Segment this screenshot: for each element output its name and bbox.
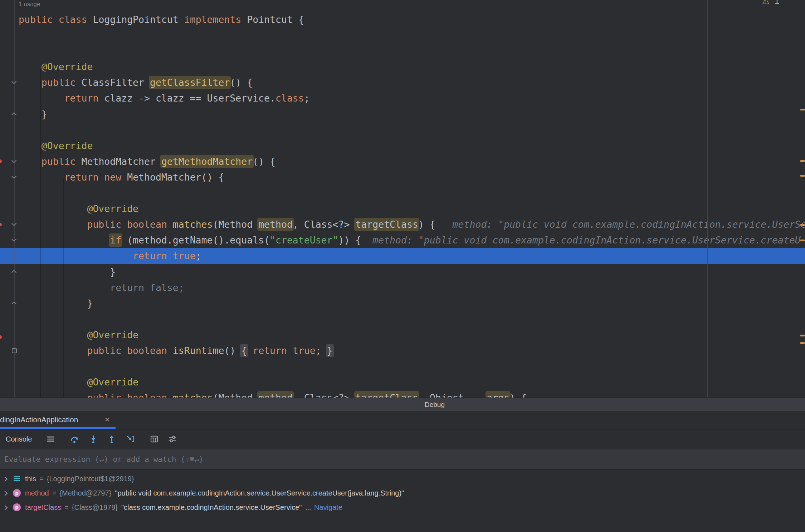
variable-reference: {Method@2797} [59, 489, 111, 497]
variable-row-targetclass[interactable]: p targetClass = {Class@1979} "class com.… [0, 500, 805, 514]
fold-down-icon[interactable] [11, 159, 16, 164]
debug-panel: Debug dingInActionApplication ✕ Console [0, 398, 805, 532]
inspections-widget[interactable]: ⚠ 1 [762, 0, 781, 6]
debug-panel-title: Debug [425, 401, 445, 409]
fold-down-icon[interactable] [11, 237, 16, 242]
code-line[interactable]: return false; [0, 280, 805, 296]
variable-value: "class com.example.codingInAction.servic… [121, 503, 302, 512]
ide-window: 1 usage public class LoggingPointcut imp… [0, 0, 805, 532]
code-line[interactable] [0, 359, 805, 374]
usage-inlay-hint[interactable]: 1 usage [19, 1, 40, 8]
fold-down-icon[interactable] [11, 222, 16, 227]
debug-panel-header: Debug [0, 398, 805, 411]
fold-up-icon[interactable] [11, 112, 16, 117]
stripe-mark[interactable] [800, 109, 805, 110]
error-stripe[interactable] [800, 0, 805, 398]
fold-up-icon[interactable] [11, 269, 16, 274]
close-tab-icon[interactable]: ✕ [104, 416, 110, 424]
code-line[interactable]: public boolean matches(Method method, Cl… [0, 390, 805, 398]
code-line[interactable]: return clazz -> clazz == UserService.cla… [0, 90, 805, 106]
debug-tab-bar: dingInActionApplication ✕ [0, 411, 805, 429]
code-editor[interactable]: 1 usage public class LoggingPointcut imp… [0, 0, 805, 398]
variable-name: method [25, 489, 49, 497]
code-line[interactable]: public class LoggingPointcut implements … [0, 12, 805, 28]
value-ellipsis: ... [305, 503, 311, 512]
code-line[interactable]: public MethodMatcher getMethodMatcher() … [0, 154, 805, 169]
fold-box-icon[interactable] [11, 348, 16, 353]
fold-down-icon[interactable] [11, 80, 16, 85]
stripe-mark[interactable] [800, 342, 805, 344]
code-line[interactable]: @Override [0, 138, 805, 154]
table-view-icon[interactable] [150, 434, 159, 444]
equals-sign: = [39, 475, 44, 483]
debug-toolbar: Console [0, 429, 805, 449]
step-out-icon[interactable] [107, 434, 116, 444]
code-line[interactable]: } [0, 264, 805, 280]
parameter-icon: p [13, 489, 21, 497]
code-line[interactable] [0, 43, 805, 59]
execution-point-line[interactable]: return true; [0, 248, 805, 264]
tab-label: dingInActionApplication [0, 415, 78, 424]
menu-icon[interactable] [46, 434, 55, 444]
variable-name: targetClass [25, 503, 61, 512]
code-lines: public class LoggingPointcut implements … [0, 12, 805, 398]
parameter-icon: p [13, 503, 21, 511]
code-line[interactable] [0, 311, 805, 327]
code-line[interactable]: public ClassFilter getClassFilter() { [0, 75, 805, 90]
step-into-icon[interactable] [89, 434, 98, 444]
code-line[interactable] [0, 185, 805, 201]
stripe-mark[interactable] [800, 335, 805, 336]
expand-chevron-icon[interactable] [0, 486, 12, 500]
expand-chevron-icon[interactable] [0, 500, 12, 514]
run-to-cursor-icon[interactable] [126, 434, 135, 444]
variable-name: this [25, 475, 36, 483]
variables-tree: this = {LoggingPointcut$1@2919} p method… [0, 470, 805, 514]
this-icon [12, 474, 21, 483]
equals-sign: = [64, 503, 69, 512]
evaluate-expression-input[interactable]: Evaluate expression (↵) or add a watch (… [0, 449, 805, 470]
code-line[interactable]: if (method.getName().equals("createUser"… [0, 232, 805, 248]
expand-chevron-icon[interactable] [0, 472, 12, 486]
equals-sign: = [52, 489, 57, 497]
code-line[interactable]: return new MethodMatcher() { [0, 169, 805, 185]
code-line[interactable] [0, 122, 805, 138]
console-tab[interactable]: Console [6, 435, 32, 443]
variable-reference: {Class@1979} [72, 503, 118, 512]
code-line[interactable]: @Override [0, 374, 805, 390]
code-line[interactable]: public boolean isRuntime() { return true… [0, 343, 805, 359]
fold-up-icon[interactable] [11, 301, 16, 306]
stripe-mark[interactable] [800, 240, 805, 241]
code-line[interactable]: @Override [0, 327, 805, 343]
code-line[interactable]: @Override [0, 201, 805, 217]
fold-down-icon[interactable] [11, 174, 16, 179]
variable-row-this[interactable]: this = {LoggingPointcut$1@2919} [0, 472, 805, 486]
active-tab-underline [0, 427, 116, 429]
tab-application[interactable]: dingInActionApplication ✕ [0, 411, 116, 429]
code-line[interactable]: } [0, 107, 805, 122]
stripe-mark[interactable] [800, 160, 805, 162]
stripe-mark[interactable] [800, 175, 805, 177]
variable-row-method[interactable]: p method = {Method@2797} "public void co… [0, 486, 805, 500]
stripe-mark[interactable] [800, 224, 805, 226]
code-line[interactable]: } [0, 296, 805, 311]
navigate-link[interactable]: Navigate [314, 503, 342, 512]
step-over-icon[interactable] [70, 434, 79, 444]
evaluate-placeholder: Evaluate expression (↵) or add a watch (… [4, 455, 203, 464]
variable-value: "public void com.example.codingInAction.… [115, 489, 404, 497]
variable-reference: {LoggingPointcut$1@2919} [47, 475, 134, 483]
code-line[interactable] [0, 28, 805, 43]
code-line[interactable]: @Override [0, 59, 805, 75]
layout-settings-icon[interactable] [168, 434, 177, 444]
code-line[interactable]: public boolean matches(Method method, Cl… [0, 217, 805, 232]
